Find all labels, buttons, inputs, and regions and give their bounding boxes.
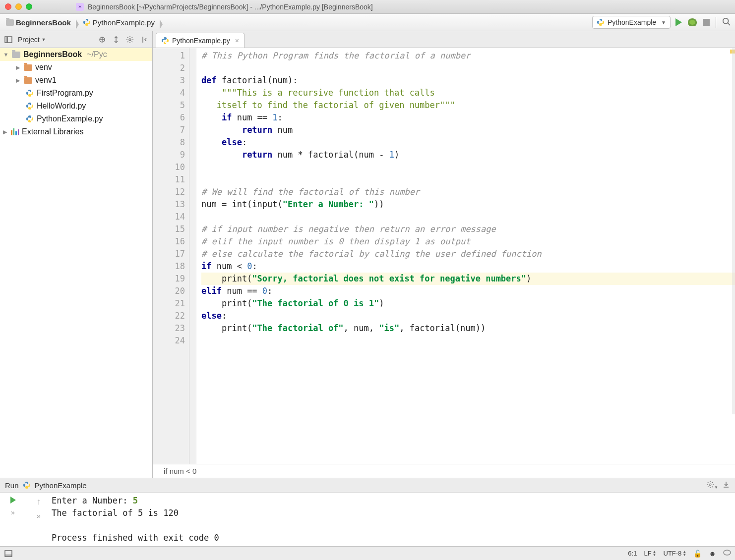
svg-line-5 <box>728 23 731 25</box>
tree-item-label: External Libraries <box>22 127 84 136</box>
settings-gear-button[interactable] <box>125 35 134 44</box>
scrollbar[interactable] <box>732 48 735 414</box>
editor-breadcrumbs[interactable]: if num < 0 <box>153 464 735 478</box>
breadcrumb: BeginnersBook PythonExample.py <box>4 18 160 27</box>
chevron-down-icon: ▼ <box>661 20 666 25</box>
cursor-position[interactable]: 6:1 <box>628 550 637 557</box>
code-editor[interactable]: 123456789101112131415161718192021222324 … <box>153 48 735 478</box>
folder-icon <box>24 64 32 71</box>
svg-point-21 <box>724 550 731 555</box>
run-config-name: PythonExample <box>608 18 656 26</box>
editor-tab-active[interactable]: PythonExample.py × <box>156 33 245 48</box>
tree-root[interactable]: BeginnersBook ~/Pyc <box>0 48 152 61</box>
svg-point-14 <box>164 38 164 38</box>
more-console-actions-icon[interactable]: » <box>37 512 41 520</box>
svg-rect-19 <box>5 551 12 557</box>
file-encoding-selector[interactable]: UTF-8▲▼ <box>664 550 687 557</box>
code-content[interactable]: # This Python Program finds the factoria… <box>196 48 735 464</box>
tool-windows-button[interactable] <box>4 549 13 558</box>
project-tree[interactable]: BeginnersBook ~/Pyc venv venv1 FirstProg… <box>0 48 153 478</box>
breadcrumb-file[interactable]: PythonExample.py <box>81 18 160 27</box>
expand-arrow-icon[interactable] <box>15 64 21 71</box>
run-tool-window: Run PythonExample ▼ » ↑ » Enter a Number… <box>0 478 735 546</box>
libraries-icon <box>11 128 19 135</box>
svg-rect-7 <box>7 37 12 43</box>
tree-item-label: PythonExample.py <box>37 114 103 123</box>
svg-point-1 <box>88 25 88 25</box>
zoom-window-button[interactable] <box>26 3 32 10</box>
run-panel-title: Run <box>5 481 19 490</box>
fold-gutter[interactable] <box>189 48 196 464</box>
console-output[interactable]: Enter a Number: 5 The factorial of 5 is … <box>52 493 735 546</box>
stop-button[interactable] <box>703 19 710 26</box>
tree-item-label: venv <box>35 63 52 72</box>
tree-file[interactable]: PythonExample.py <box>0 112 152 125</box>
svg-point-3 <box>602 25 602 25</box>
folder-icon <box>12 52 20 58</box>
run-configuration-selector[interactable]: PythonExample ▼ <box>592 16 671 29</box>
tree-item-label: venv1 <box>35 76 57 85</box>
breadcrumb-project-label: BeginnersBook <box>16 18 71 27</box>
breadcrumb-file-label: PythonExample.py <box>93 18 155 27</box>
expand-arrow-icon[interactable] <box>15 77 21 84</box>
separator <box>716 17 716 28</box>
project-tool-header: Project▼ <box>0 31 153 48</box>
editor-breadcrumb-text: if num < 0 <box>164 467 196 475</box>
tree-folder-venv1[interactable]: venv1 <box>0 74 152 87</box>
chevron-down-icon: ▼ <box>42 37 46 42</box>
window-title: BeginnersBook [~/PycharmProjects/Beginne… <box>88 3 730 11</box>
more-run-actions-icon[interactable]: » <box>11 508 15 516</box>
memory-indicator-icon[interactable] <box>723 550 731 557</box>
expand-arrow-icon[interactable] <box>2 129 8 135</box>
line-separator-selector[interactable]: LF▲▼ <box>644 550 656 557</box>
python-file-icon <box>26 89 34 97</box>
svg-point-0 <box>85 19 86 20</box>
status-bar: 6:1 LF▲▼ UTF-8▲▼ 🔓 ☻ <box>0 546 735 560</box>
tree-folder-venv[interactable]: venv <box>0 61 152 74</box>
hector-icon[interactable]: ☻ <box>709 550 716 558</box>
run-settings-button[interactable]: ▼ <box>706 481 718 490</box>
hide-tool-window-button[interactable] <box>139 35 148 44</box>
up-stack-button[interactable]: ↑ <box>37 497 41 507</box>
python-file-icon <box>597 18 605 26</box>
folder-icon <box>24 77 32 84</box>
close-tab-button[interactable]: × <box>235 37 239 45</box>
minimize-window-button[interactable] <box>15 3 22 10</box>
project-view-icon[interactable] <box>4 35 13 44</box>
line-number-gutter[interactable]: 123456789101112131415161718192021222324 <box>153 48 189 464</box>
python-file-icon <box>83 18 91 26</box>
scroll-from-source-button[interactable] <box>98 35 107 44</box>
expand-arrow-icon[interactable] <box>3 52 9 57</box>
svg-point-16 <box>709 484 711 486</box>
tree-file[interactable]: FirstProgram.py <box>0 87 152 100</box>
breadcrumb-project[interactable]: BeginnersBook <box>4 18 76 27</box>
python-file-icon <box>161 37 169 45</box>
debug-button[interactable] <box>688 18 697 26</box>
window-titlebar: ✶ BeginnersBook [~/PycharmProjects/Begin… <box>0 0 735 14</box>
close-window-button[interactable] <box>5 3 11 10</box>
python-file-icon <box>26 115 34 123</box>
readonly-toggle[interactable]: 🔓 <box>693 550 702 558</box>
tree-item-label: FirstProgram.py <box>37 89 93 98</box>
collapse-all-button[interactable] <box>112 35 121 44</box>
run-panel-config: PythonExample <box>35 481 87 490</box>
python-file-icon <box>23 481 31 489</box>
pycharm-icon: ✶ <box>76 3 84 11</box>
svg-point-15 <box>166 43 167 43</box>
run-button[interactable] <box>675 18 682 26</box>
folder-icon <box>6 19 14 26</box>
svg-rect-6 <box>5 37 7 43</box>
tree-file[interactable]: HelloWorld.py <box>0 100 152 112</box>
search-everywhere-button[interactable] <box>722 17 731 28</box>
svg-point-12 <box>129 39 131 41</box>
tree-item-label: HelloWorld.py <box>37 102 86 111</box>
svg-point-4 <box>723 18 729 23</box>
rerun-button[interactable] <box>10 497 16 504</box>
tree-root-label: BeginnersBook <box>23 50 82 59</box>
editor-tabs: PythonExample.py × <box>153 31 735 48</box>
download-button[interactable] <box>722 481 730 490</box>
tree-external-libraries[interactable]: External Libraries <box>0 125 152 138</box>
tree-root-path: ~/Pyc <box>87 50 107 59</box>
navigation-bar: BeginnersBook PythonExample.py PythonExa… <box>0 14 735 31</box>
project-view-selector[interactable]: Project▼ <box>18 36 46 44</box>
